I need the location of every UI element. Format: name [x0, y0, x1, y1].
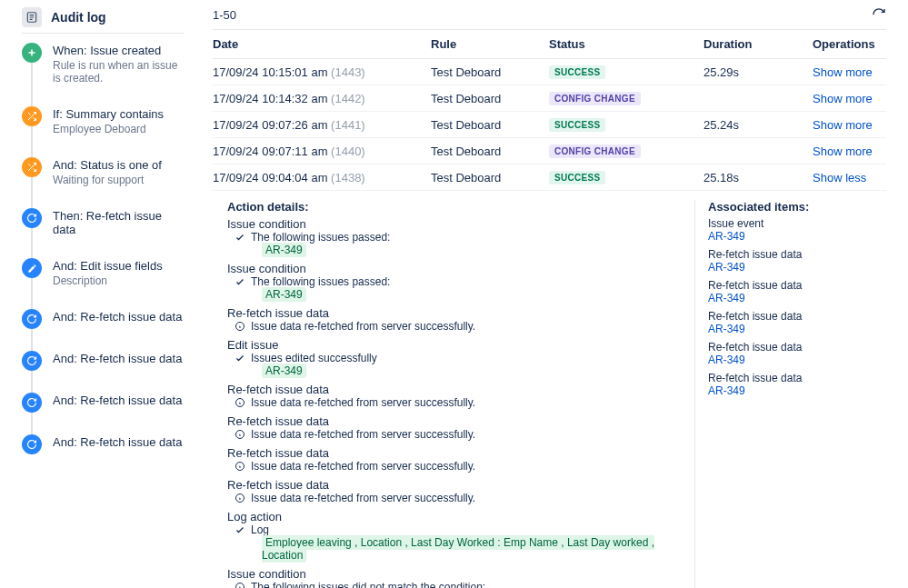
info-icon: [234, 429, 245, 440]
sidebar-header: Audit log: [22, 7, 184, 34]
cell-rule: Test Deboard: [431, 92, 549, 105]
status-badge: SUCCESS: [549, 171, 605, 184]
sidebar-title: Audit log: [51, 10, 106, 25]
assoc-item: Issue event AR-349: [708, 217, 886, 243]
status-badge: SUCCESS: [549, 118, 605, 132]
action-block: Issue condition The following issues pas…: [227, 217, 683, 256]
issue-link[interactable]: AR-349: [708, 384, 745, 397]
cell-date: 17/09/24 09:07:11 am (1440): [213, 145, 431, 158]
expanded-details: Action details: Issue condition The foll…: [213, 191, 886, 588]
table-body: 17/09/24 10:15:01 am (1443) Test Deboard…: [213, 59, 886, 191]
step-title: And: Re-fetch issue data: [53, 310, 182, 324]
action-block: Issue condition The following issues did…: [227, 567, 683, 588]
flow-step[interactable]: And: Re-fetch issue data: [22, 309, 184, 329]
associated-heading: Associated items:: [708, 200, 886, 214]
step-subtitle: Waiting for support: [53, 174, 162, 186]
plus-icon: [22, 43, 42, 63]
refresh-button[interactable]: [872, 7, 886, 22]
shuffle-icon: [22, 106, 42, 126]
main-panel: 1-50 Date Rule Status Duration Operation…: [191, 7, 908, 588]
cell-date: 17/09/24 09:07:26 am (1441): [213, 118, 431, 132]
action-title: Edit issue: [227, 338, 683, 352]
show-toggle[interactable]: Show more: [813, 118, 873, 132]
issue-link[interactable]: AR-349: [708, 354, 745, 366]
action-value: AR-349: [262, 364, 683, 377]
show-toggle[interactable]: Show more: [813, 145, 873, 158]
action-title: Log action: [227, 510, 683, 523]
shuffle-icon: [22, 157, 42, 177]
flow-step[interactable]: Then: Re-fetch issue data: [22, 208, 184, 236]
table-row: 17/09/24 10:15:01 am (1443) Test Deboard…: [213, 59, 886, 85]
audit-log-icon: [22, 7, 42, 27]
issue-link[interactable]: AR-349: [708, 261, 745, 274]
show-toggle[interactable]: Show more: [813, 65, 873, 79]
flow-step[interactable]: When: Issue created Rule is run when an …: [22, 43, 184, 85]
cell-status: CONFIG CHANGE: [549, 91, 703, 105]
assoc-item: Re-fetch issue data AR-349: [708, 310, 886, 335]
table-row: 17/09/24 10:14:32 am (1442) Test Deboard…: [213, 85, 886, 112]
cell-date: 17/09/24 10:14:32 am (1442): [213, 92, 431, 105]
flow-step[interactable]: And: Re-fetch issue data: [22, 393, 184, 413]
action-title: Issue condition: [227, 262, 683, 275]
action-title: Re-fetch issue data: [227, 414, 683, 428]
cell-rule: Test Deboard: [431, 65, 549, 79]
refresh-icon: [22, 434, 42, 454]
assoc-label: Re-fetch issue data: [708, 341, 886, 354]
action-details: Action details: Issue condition The foll…: [227, 200, 695, 588]
action-title: Re-fetch issue data: [227, 383, 683, 396]
pencil-icon: [22, 258, 42, 278]
action-sub: Log: [234, 523, 683, 536]
action-title: Issue condition: [227, 567, 683, 581]
assoc-label: Re-fetch issue data: [708, 279, 886, 292]
step-title: Then: Re-fetch issue data: [53, 209, 184, 236]
flow-step[interactable]: And: Re-fetch issue data: [22, 434, 184, 454]
associated-items: Associated items: Issue event AR-349Re-f…: [695, 200, 886, 588]
show-toggle[interactable]: Show less: [813, 171, 866, 184]
action-value: Employee leaving , Location , Last Day W…: [262, 536, 683, 562]
col-rule: Rule: [431, 37, 549, 51]
action-sub: The following issues passed:: [234, 231, 683, 244]
action-title: Re-fetch issue data: [227, 446, 683, 460]
action-block: Issue condition The following issues pas…: [227, 262, 683, 301]
flow-step[interactable]: If: Summary contains Employee Deboard: [22, 106, 184, 135]
cell-status: SUCCESS: [549, 117, 703, 132]
flow-step[interactable]: And: Re-fetch issue data: [22, 351, 184, 371]
step-title: And: Re-fetch issue data: [53, 435, 182, 449]
action-sub: The following issues did not match the c…: [234, 581, 683, 588]
table-row: 17/09/24 09:07:26 am (1441) Test Deboard…: [213, 112, 886, 138]
issue-link[interactable]: AR-349: [708, 292, 745, 304]
issue-link[interactable]: AR-349: [708, 230, 745, 243]
table-row: 17/09/24 09:04:04 am (1438) Test Deboard…: [213, 164, 886, 191]
info-icon: [234, 397, 245, 408]
action-sub: Issue data re-fetched from server succes…: [234, 396, 683, 409]
action-sub: Issue data re-fetched from server succes…: [234, 492, 683, 504]
assoc-label: Re-fetch issue data: [708, 248, 886, 261]
assoc-item: Re-fetch issue data AR-349: [708, 372, 886, 397]
cell-status: SUCCESS: [549, 170, 703, 184]
flow-step[interactable]: And: Status is one of Waiting for suppor…: [22, 157, 184, 186]
assoc-label: Re-fetch issue data: [708, 372, 886, 384]
assoc-label: Issue event: [708, 217, 886, 230]
action-block: Edit issue Issues edited successfully AR…: [227, 338, 683, 377]
issue-link[interactable]: AR-349: [708, 323, 745, 335]
rule-flow: When: Issue created Rule is run when an …: [22, 43, 184, 454]
action-title: Re-fetch issue data: [227, 478, 683, 492]
refresh-icon: [22, 393, 42, 413]
sidebar: Audit log When: Issue created Rule is ru…: [0, 7, 191, 588]
assoc-item: Re-fetch issue data AR-349: [708, 341, 886, 366]
action-sub: Issue data re-fetched from server succes…: [234, 320, 683, 333]
cell-date: 17/09/24 10:15:01 am (1443): [213, 65, 431, 79]
assoc-item: Re-fetch issue data AR-349: [708, 248, 886, 274]
step-subtitle: Employee Deboard: [53, 123, 164, 135]
show-toggle[interactable]: Show more: [813, 92, 873, 105]
step-title: And: Edit issue fields: [53, 259, 163, 273]
action-sub: Issue data re-fetched from server succes…: [234, 460, 683, 473]
step-title: And: Re-fetch issue data: [53, 352, 182, 365]
table-header: Date Rule Status Duration Operations: [213, 29, 886, 59]
cell-duration: 25.29s: [703, 65, 813, 79]
cell-date: 17/09/24 09:04:04 am (1438): [213, 171, 431, 184]
action-block: Re-fetch issue data Issue data re-fetche…: [227, 478, 683, 504]
check-icon: [234, 276, 245, 287]
cell-duration: 25.18s: [703, 171, 813, 184]
flow-step[interactable]: And: Edit issue fields Description: [22, 258, 184, 287]
